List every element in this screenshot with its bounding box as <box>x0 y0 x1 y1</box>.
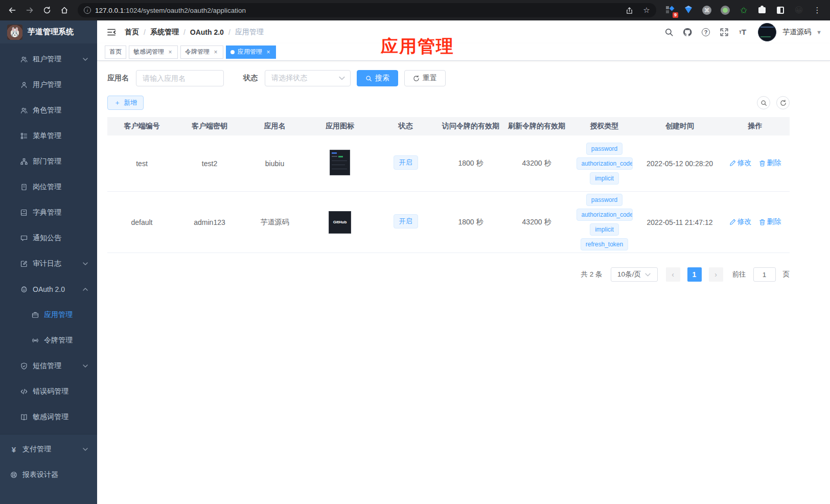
extension-grid-icon[interactable]: 9 <box>664 4 676 16</box>
prev-page-button[interactable]: ‹ <box>666 267 680 282</box>
page-size-select[interactable]: 10条/页 <box>611 267 658 282</box>
access-token-validity: 1800 秒 <box>438 154 503 173</box>
share-icon[interactable] <box>622 4 636 17</box>
chevron-down-icon <box>83 57 88 62</box>
sidebar-fold-icon[interactable] <box>106 27 117 37</box>
browser-toolbar: i 127.0.0.1:1024/system/oauth2/oauth2/ap… <box>0 0 830 20</box>
sidebar-menu-bottom: ¥支付管理 报表设计器 <box>0 434 97 504</box>
sidebar-item-role[interactable]: 角色管理 <box>0 98 97 123</box>
status-label: 状态 <box>243 74 258 83</box>
tab-home[interactable]: 首页 <box>105 45 126 59</box>
sidebar-item-dept[interactable]: 部门管理 <box>0 149 97 174</box>
active-dot-icon <box>230 50 235 54</box>
next-page-button[interactable]: › <box>709 267 723 282</box>
status-select[interactable]: 请选择状态 <box>265 70 351 86</box>
sidebar-menu: 租户管理 用户管理 角色管理 菜单管理 部门管理 岗位管理 字典管理 通知公告 … <box>0 43 97 434</box>
chevron-down-icon <box>645 272 651 278</box>
sidebar-item-sensitive-word[interactable]: 敏感词管理 <box>0 404 97 430</box>
add-button[interactable]: ＋新增 <box>107 96 144 110</box>
table-header-row: 客户端编号 客户端密钥 应用名 应用图标 状态 访问令牌的有效期 刷新令牌的有效… <box>107 117 790 135</box>
github-icon[interactable] <box>679 24 696 40</box>
filter-form: 应用名 状态 请选择状态 搜索 重置 <box>107 70 830 86</box>
browser-home-button[interactable] <box>57 3 72 17</box>
side-panel-icon[interactable] <box>774 4 787 16</box>
client-secret: admin123 <box>176 213 243 232</box>
grant-types: password authorization_code implicit <box>573 143 636 185</box>
url-text: 127.0.0.1:1024/system/oauth2/oauth2/appl… <box>95 7 618 14</box>
close-icon[interactable]: × <box>213 49 219 56</box>
font-size-icon[interactable]: тT <box>734 24 751 40</box>
client-secret: test2 <box>176 154 243 173</box>
grant-types: password authorization_code implicit ref… <box>573 194 636 250</box>
breadcrumb-home[interactable]: 首页 <box>125 28 139 37</box>
delete-button[interactable]: 删除 <box>759 158 781 168</box>
total-count: 共 2 条 <box>581 270 602 279</box>
breadcrumb-oauth2[interactable]: OAuth 2.0 <box>190 28 224 36</box>
create-time: 2022-05-11 21:47:12 <box>639 213 721 232</box>
extension-gem-icon[interactable] <box>682 4 695 16</box>
site-info-icon[interactable]: i <box>84 7 91 14</box>
help-icon[interactable]: ? <box>698 24 714 40</box>
sidebar-item-report-designer[interactable]: 报表设计器 <box>0 462 97 488</box>
page-number-1[interactable]: 1 <box>687 267 702 282</box>
refresh-table-button[interactable] <box>776 96 790 109</box>
browser-menu-icon[interactable]: ⋮ <box>811 4 823 16</box>
browser-reload-button[interactable] <box>40 3 54 17</box>
logo-image: 🐰 <box>7 25 22 40</box>
bookmark-star-icon[interactable]: ☆ <box>640 4 653 17</box>
extensions-puzzle-icon[interactable] <box>756 4 768 16</box>
breadcrumb-system[interactable]: 系统管理 <box>150 28 179 37</box>
tab-token[interactable]: 令牌管理× <box>180 45 223 59</box>
breadcrumb: 首页 / 系统管理 / OAuth 2.0 / 应用管理 <box>125 28 264 37</box>
edit-button[interactable]: 修改 <box>729 158 752 168</box>
sidebar-item-error-code[interactable]: 错误码管理 <box>0 379 97 404</box>
tab-application[interactable]: 应用管理× <box>226 45 276 59</box>
chevron-down-icon <box>83 261 88 266</box>
profile-emoji-icon[interactable]: 😀 <box>793 4 805 16</box>
app-name-label: 应用名 <box>107 74 129 83</box>
pagination: 共 2 条 10条/页 ‹ 1 › 前往 页 <box>107 267 790 282</box>
chevron-down-icon <box>339 75 345 81</box>
search-button[interactable]: 搜索 <box>357 70 398 86</box>
reset-button[interactable]: 重置 <box>404 70 446 86</box>
search-icon[interactable] <box>661 24 677 40</box>
applications-table: 客户端编号 客户端密钥 应用名 应用图标 状态 访问令牌的有效期 刷新令牌的有效… <box>107 117 790 253</box>
address-bar[interactable]: i 127.0.0.1:1024/system/oauth2/oauth2/ap… <box>78 3 656 17</box>
browser-back-button[interactable] <box>5 3 19 17</box>
extension-star-icon[interactable]: ✩ <box>737 4 750 16</box>
sidebar-item-pay[interactable]: ¥支付管理 <box>0 437 97 462</box>
sidebar-item-user[interactable]: 用户管理 <box>0 72 97 98</box>
refresh-token-validity: 43200 秒 <box>503 154 570 173</box>
app-name: 芋道源码 <box>243 213 307 232</box>
user-menu-caret-icon[interactable]: ▼ <box>816 29 822 35</box>
app-logo-image <box>330 150 350 175</box>
sidebar-item-oauth2-token[interactable]: 令牌管理 <box>0 328 97 353</box>
browser-forward-button[interactable] <box>22 3 37 17</box>
show-search-button[interactable] <box>757 96 770 109</box>
sidebar-item-dict[interactable]: 字典管理 <box>0 200 97 225</box>
edit-button[interactable]: 修改 <box>729 217 752 226</box>
sidebar-item-oauth2-application[interactable]: 应用管理 <box>0 302 97 328</box>
status-badge: 开启 <box>394 214 418 228</box>
yen-icon: ¥ <box>10 445 17 454</box>
sidebar-item-notice[interactable]: 通知公告 <box>0 225 97 251</box>
sidebar-item-audit-log[interactable]: 审计日志 <box>0 251 97 277</box>
sidebar-item-sms[interactable]: 短信管理 <box>0 353 97 379</box>
sidebar-item-oauth2[interactable]: OAuth 2.0 <box>0 277 97 302</box>
fullscreen-icon[interactable] <box>716 24 732 40</box>
extension-recorder-icon[interactable] <box>719 4 731 16</box>
extension-command-icon[interactable]: ⌘ <box>701 4 713 16</box>
tab-sensitive-word[interactable]: 敏感词管理× <box>129 45 178 59</box>
app-logo[interactable]: 🐰 芋道管理系统 <box>0 20 97 43</box>
close-icon[interactable]: × <box>265 49 271 56</box>
sidebar-item-tenant[interactable]: 租户管理 <box>0 47 97 72</box>
close-icon[interactable]: × <box>167 49 173 56</box>
access-token-validity: 1800 秒 <box>438 213 503 232</box>
sidebar-item-menu[interactable]: 菜单管理 <box>0 123 97 149</box>
goto-page-input[interactable] <box>753 267 776 282</box>
app-name-input[interactable] <box>136 70 224 86</box>
user-avatar[interactable] <box>758 23 776 41</box>
sidebar-item-post[interactable]: 岗位管理 <box>0 174 97 200</box>
delete-button[interactable]: 删除 <box>759 217 781 226</box>
username[interactable]: 芋道源码 <box>782 28 811 37</box>
